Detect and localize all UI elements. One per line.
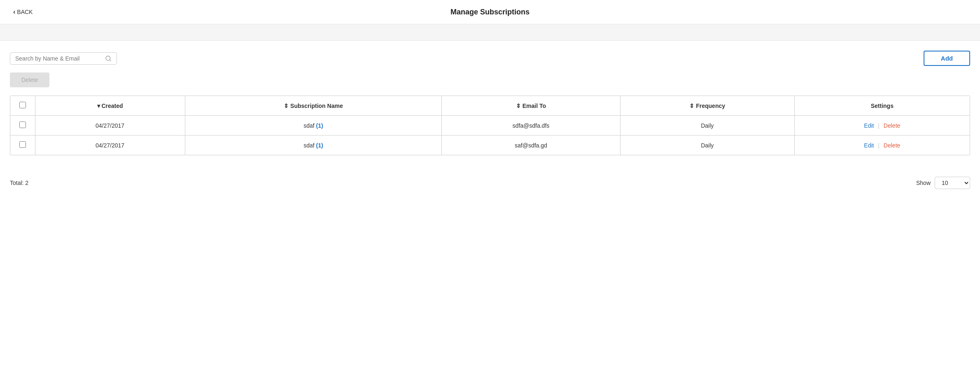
add-button[interactable]: Add <box>924 51 970 66</box>
toolbar: Add <box>10 51 970 66</box>
search-icon-button[interactable] <box>105 55 112 62</box>
show-label: Show <box>916 180 931 186</box>
header-subscription-name: ⇕ Subscription Name <box>185 96 442 116</box>
header-email-to-label: ⇕ Email To <box>516 103 546 109</box>
total-label: Total: 2 <box>10 180 28 186</box>
row-checkbox-cell <box>10 136 35 155</box>
select-all-checkbox[interactable] <box>19 102 26 108</box>
row-created-1: 04/27/2017 <box>35 136 185 155</box>
header-subscription-name-label: ⇕ Subscription Name <box>284 103 343 109</box>
edit-button-1[interactable]: Edit <box>864 142 874 149</box>
table-row: 04/27/2017 sdaf (1) saf@sdfa.gd Daily Ed… <box>10 136 970 155</box>
row-subscription-name-1: sdaf (1) <box>185 136 442 155</box>
search-icon <box>105 55 112 62</box>
delete-button-1[interactable]: Delete <box>884 142 900 149</box>
subscription-name-text: sdaf <box>303 142 316 149</box>
table-footer: Total: 2 Show 102550100 <box>0 170 980 196</box>
header-settings: Settings <box>794 96 970 116</box>
row-email-to-0: sdfa@sdfa.dfs <box>442 116 621 136</box>
show-select[interactable]: 102550100 <box>935 177 970 189</box>
subheader-bar <box>0 24 980 41</box>
header-checkbox-col <box>10 96 35 116</box>
page-header: ‹ BACK Manage Subscriptions <box>0 0 980 24</box>
header-created: ▾ Created <box>35 96 185 116</box>
row-settings-0: Edit | Delete <box>794 116 970 136</box>
table-header-row: ▾ Created ⇕ Subscription Name ⇕ Email To… <box>10 96 970 116</box>
delete-selected-button[interactable]: Delete <box>10 72 49 87</box>
action-divider: | <box>878 142 880 149</box>
subscription-count: (1) <box>316 142 323 149</box>
page-title: Manage Subscriptions <box>450 8 530 16</box>
edit-button-0[interactable]: Edit <box>864 122 874 129</box>
subscriptions-table: ▾ Created ⇕ Subscription Name ⇕ Email To… <box>10 96 970 155</box>
table-row: 04/27/2017 sdaf (1) sdfa@sdfa.dfs Daily … <box>10 116 970 136</box>
header-created-label: ▾ Created <box>97 103 123 109</box>
delete-button-container: Delete <box>10 72 970 96</box>
row-subscription-name-0: sdaf (1) <box>185 116 442 136</box>
svg-line-1 <box>110 60 111 61</box>
header-frequency-label: ⇕ Frequency <box>689 103 725 109</box>
action-divider: | <box>878 122 880 129</box>
main-content: Add Delete ▾ Created ⇕ Subscription Name <box>0 41 980 165</box>
header-settings-label: Settings <box>871 103 894 109</box>
subscription-count: (1) <box>316 122 323 129</box>
row-checkbox-cell <box>10 116 35 136</box>
row-frequency-1: Daily <box>620 136 794 155</box>
back-chevron-icon: ‹ <box>13 8 15 16</box>
row-frequency-0: Daily <box>620 116 794 136</box>
row-created-0: 04/27/2017 <box>35 116 185 136</box>
header-email-to: ⇕ Email To <box>442 96 621 116</box>
search-input[interactable] <box>15 55 105 62</box>
row-checkbox-1[interactable] <box>19 141 26 148</box>
row-checkbox-0[interactable] <box>19 122 26 128</box>
row-settings-1: Edit | Delete <box>794 136 970 155</box>
back-button[interactable]: ‹ BACK <box>10 7 36 17</box>
back-label: BACK <box>17 9 33 15</box>
show-control: Show 102550100 <box>916 177 970 189</box>
search-box <box>10 52 117 65</box>
row-email-to-1: saf@sdfa.gd <box>442 136 621 155</box>
delete-button-0[interactable]: Delete <box>884 122 900 129</box>
subscription-name-text: sdaf <box>303 122 316 129</box>
header-frequency: ⇕ Frequency <box>620 96 794 116</box>
